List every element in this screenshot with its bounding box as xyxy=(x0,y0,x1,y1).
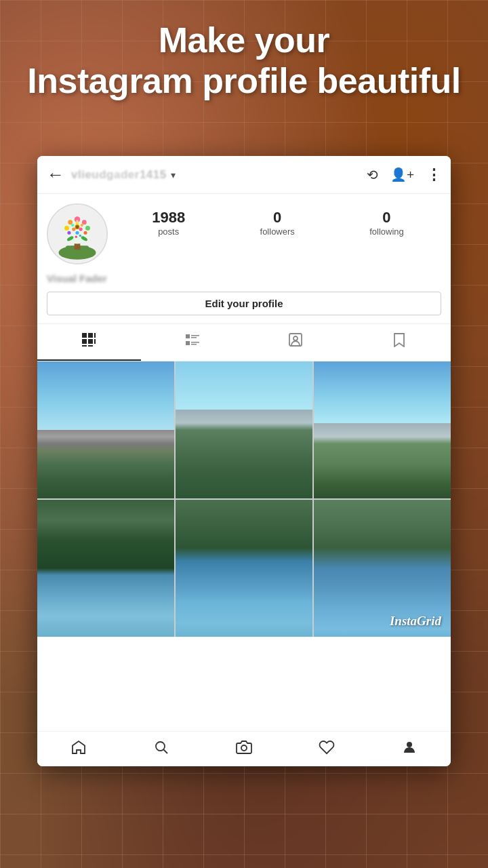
svg-rect-33 xyxy=(186,334,190,338)
history-icon[interactable]: ⟳ xyxy=(367,167,378,183)
svg-rect-26 xyxy=(88,333,93,338)
svg-point-6 xyxy=(68,220,73,224)
svg-rect-27 xyxy=(94,333,96,338)
add-friend-icon[interactable]: 👤+ xyxy=(390,167,414,182)
following-count: 0 xyxy=(369,209,404,226)
svg-point-21 xyxy=(76,226,79,229)
svg-point-18 xyxy=(75,236,77,238)
nav-home[interactable] xyxy=(37,732,120,766)
avatar xyxy=(47,203,108,264)
chevron-down-icon: ▾ xyxy=(171,170,176,180)
posts-stat: 1988 posts xyxy=(152,209,185,237)
svg-rect-38 xyxy=(191,344,197,345)
svg-rect-29 xyxy=(88,339,93,344)
svg-rect-25 xyxy=(82,333,87,338)
grid-icon xyxy=(81,332,96,351)
svg-point-19 xyxy=(79,235,81,237)
svg-point-15 xyxy=(83,231,87,235)
bookmark-icon xyxy=(392,332,407,351)
svg-rect-36 xyxy=(186,341,190,345)
person-tag-icon xyxy=(288,332,303,351)
photo-grid: InstaGrid xyxy=(37,361,451,637)
svg-point-17 xyxy=(81,224,83,226)
svg-rect-34 xyxy=(191,335,199,336)
username-area[interactable]: vlieudgader1415 ▾ xyxy=(71,168,367,182)
svg-rect-35 xyxy=(191,337,197,338)
svg-point-11 xyxy=(72,228,75,231)
nav-search[interactable] xyxy=(120,732,203,766)
tab-grid[interactable] xyxy=(37,324,141,361)
phone-mock: ← vlieudgader1415 ▾ ⟳ 👤+ ⋮ xyxy=(37,156,451,766)
ig-bottom-nav xyxy=(37,731,451,766)
profile-name-row: Visual Fader xyxy=(37,271,451,292)
tab-saved[interactable] xyxy=(348,324,451,361)
svg-point-13 xyxy=(75,231,79,235)
svg-point-24 xyxy=(76,220,78,222)
tab-tagged[interactable] xyxy=(244,324,348,361)
grid-cell-1[interactable] xyxy=(37,361,174,498)
profile-tabs xyxy=(37,323,451,361)
svg-rect-31 xyxy=(82,345,87,347)
ig-topbar: ← vlieudgader1415 ▾ ⟳ 👤+ ⋮ xyxy=(37,156,451,194)
grid-cell-2[interactable] xyxy=(176,361,312,498)
posts-label: posts xyxy=(152,226,185,237)
svg-point-43 xyxy=(241,745,247,751)
grid-cell-4[interactable] xyxy=(37,500,174,637)
svg-line-42 xyxy=(164,749,168,753)
topbar-icons: ⟳ 👤+ ⋮ xyxy=(367,166,441,184)
edit-profile-row: Edit your profile xyxy=(37,292,451,323)
profile-display-name: Visual Fader xyxy=(47,273,107,284)
svg-rect-32 xyxy=(88,345,93,347)
instagrid-watermark: InstaGrid xyxy=(390,614,441,629)
followers-label: followers xyxy=(260,226,295,237)
ig-profile: 1988 posts 0 followers 0 following xyxy=(37,194,451,271)
svg-point-41 xyxy=(156,742,165,751)
nav-camera[interactable] xyxy=(203,732,285,766)
following-label: following xyxy=(369,226,404,237)
search-icon xyxy=(153,739,169,760)
grid-cell-3[interactable] xyxy=(314,361,451,498)
top-heading: Make your Instagram profile beautiful xyxy=(0,20,488,102)
username-text: vlieudgader1415 xyxy=(71,168,167,182)
svg-point-40 xyxy=(293,336,298,340)
nav-heart[interactable] xyxy=(285,732,368,766)
svg-point-12 xyxy=(79,228,83,231)
grid-cell-5[interactable] xyxy=(176,500,312,637)
followers-stat[interactable]: 0 followers xyxy=(260,209,295,237)
edit-profile-button[interactable]: Edit your profile xyxy=(47,292,441,315)
following-stat[interactable]: 0 following xyxy=(369,209,404,237)
heading-text: Make your Instagram profile beautiful xyxy=(0,20,488,102)
svg-rect-37 xyxy=(191,342,199,343)
camera-icon xyxy=(236,739,252,760)
followers-count: 0 xyxy=(260,209,295,226)
svg-point-14 xyxy=(67,231,70,235)
svg-point-9 xyxy=(85,226,90,231)
svg-point-44 xyxy=(407,742,412,747)
svg-point-8 xyxy=(64,226,69,231)
more-options-icon[interactable]: ⋮ xyxy=(426,166,441,184)
profile-nav-icon xyxy=(401,739,418,760)
list-icon xyxy=(185,332,200,351)
posts-count: 1988 xyxy=(152,209,185,226)
svg-point-7 xyxy=(82,220,87,224)
svg-rect-30 xyxy=(94,339,96,344)
back-button[interactable]: ← xyxy=(47,164,64,185)
svg-rect-28 xyxy=(82,339,87,344)
nav-profile[interactable] xyxy=(368,732,451,766)
heart-icon xyxy=(319,739,335,760)
svg-point-16 xyxy=(71,224,74,226)
grid-cell-6[interactable]: InstaGrid xyxy=(314,500,451,637)
tab-list[interactable] xyxy=(141,324,245,361)
profile-stats: 1988 posts 0 followers 0 following xyxy=(108,203,441,237)
home-icon xyxy=(70,739,87,760)
